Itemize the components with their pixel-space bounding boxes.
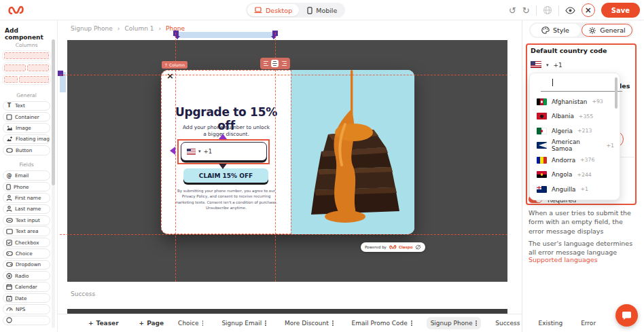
field-nps[interactable]: NPS (3, 304, 50, 314)
popup-image-panel[interactable] (291, 70, 414, 234)
component-label: Text (15, 103, 25, 109)
country-name: Anguilla (552, 186, 575, 193)
checkbox-icon (6, 240, 12, 246)
kebab-menu-icon[interactable] (202, 320, 204, 327)
save-button[interactable]: Save (601, 3, 640, 18)
column-layout-3[interactable] (3, 75, 50, 84)
claspo-logo-icon (389, 244, 397, 250)
align-bottom-icon[interactable] (281, 60, 288, 67)
component-label: Date (15, 295, 26, 301)
country-option[interactable]: Anguilla+1 (537, 182, 614, 197)
kebab-menu-icon[interactable] (475, 320, 477, 327)
field-dropdown[interactable]: Dropdown (3, 260, 50, 270)
image-icon (6, 125, 13, 131)
country-option[interactable]: Afghanistan+93 (537, 94, 614, 109)
field-text-input[interactable]: Text input (3, 215, 50, 225)
country-option[interactable]: Andorra+376 (537, 153, 614, 168)
add-teaser-button[interactable]: +Teaser (88, 320, 119, 327)
add-page-button[interactable]: +Page (139, 320, 164, 327)
kebab-menu-icon[interactable] (264, 320, 266, 327)
country-option[interactable]: Albania+355 (537, 109, 614, 124)
column-layout-1[interactable] (3, 51, 50, 60)
undo-icon[interactable]: ↺ (509, 6, 516, 15)
dropdown-icon (6, 262, 13, 267)
page-tab-signup-email[interactable]: Signup Email (217, 317, 270, 329)
country-option[interactable]: American Samoa+1 (537, 139, 614, 153)
field-last-name[interactable]: Last name (3, 204, 50, 215)
tab-style-label: Style (553, 26, 569, 34)
align-top-icon[interactable] (262, 60, 270, 67)
country-option[interactable]: Algeria+213 (537, 124, 614, 139)
sidebar-title: Add component (5, 27, 57, 41)
page-tab-email-promo-code[interactable]: Email Promo Code (348, 317, 416, 329)
page-tab-success[interactable]: Success (491, 317, 524, 329)
anguilla-flag-icon (537, 186, 547, 193)
close-editor-button[interactable]: × (582, 3, 595, 17)
drag-handle-top[interactable] (219, 134, 227, 139)
supported-languages-link[interactable]: Supported languages (529, 256, 598, 263)
country-select[interactable]: ▾ +1 (531, 61, 562, 69)
page-tab-signup-phone[interactable]: Signup Phone (427, 317, 482, 329)
column-badge[interactable]: ↑ Column (162, 61, 187, 69)
globe-icon[interactable] (543, 5, 552, 15)
field-radio[interactable]: Radio (3, 271, 50, 281)
field-partial[interactable] (3, 316, 50, 326)
field-calendar[interactable]: Calendar (3, 282, 50, 292)
component-container[interactable]: Container (3, 112, 50, 122)
teaser-label: Teaser (96, 320, 119, 327)
kebab-menu-icon[interactable] (410, 320, 412, 327)
component-floating-image[interactable]: Floating image (3, 134, 50, 145)
field-first-name[interactable]: First name (3, 193, 50, 203)
drag-handle-left[interactable] (170, 147, 175, 155)
page-tab-choice[interactable]: Choice (174, 317, 207, 329)
desktop-toggle-button[interactable]: Desktop (247, 4, 299, 16)
chat-widget-button[interactable] (615, 304, 638, 327)
powered-by-label: Powered by (365, 245, 387, 249)
andorra-flag-icon (537, 157, 547, 164)
popup-phone-input[interactable]: ▾ +1 (181, 142, 267, 161)
field-choice[interactable]: Choice (3, 248, 50, 259)
popup-cta-button[interactable]: CLAIM 15% OFF (183, 168, 268, 183)
breadcrumb-item[interactable]: Signup Phone (71, 25, 113, 32)
field-checkbox[interactable]: Checkbox (3, 238, 50, 248)
country-code: +376 (580, 157, 594, 163)
page-tab-existing[interactable]: Existing (534, 317, 567, 329)
email-icon: @ (6, 172, 12, 179)
field-date[interactable]: Date (3, 293, 50, 303)
field-email[interactable]: @Email (3, 170, 50, 181)
dropdown-scrollbar-thumb[interactable] (615, 77, 618, 109)
gear-icon (588, 26, 596, 35)
occluded-divider (620, 157, 634, 158)
breadcrumb-item-active[interactable]: Phone (166, 25, 185, 32)
tab-general[interactable]: General (582, 24, 632, 37)
preview-eye-icon[interactable] (565, 7, 575, 14)
country-search-input[interactable] (541, 81, 622, 92)
tab-style[interactable]: Style (531, 24, 580, 37)
drag-handle-bottom[interactable] (219, 164, 227, 169)
page-tab-label: Email Promo Code (352, 320, 408, 327)
page-tab-more-discount[interactable]: More Discount (281, 317, 337, 329)
country-option[interactable]: Angola+244 (537, 168, 614, 183)
component-image[interactable]: Image (3, 123, 50, 133)
country-search[interactable] (537, 79, 613, 92)
align-middle-icon[interactable] (271, 60, 279, 67)
privacy-policy-link[interactable]: Privacy Policy (182, 194, 207, 198)
sidebar-scrollbar-thumb[interactable] (52, 39, 55, 185)
page-tab-error[interactable]: Error (577, 317, 600, 329)
breadcrumb-item[interactable]: Column 1 (124, 25, 154, 32)
component-text[interactable]: TText (3, 101, 50, 111)
powered-by-badge[interactable]: Powered by Claspo (361, 242, 425, 252)
field-text-area[interactable]: Text area (3, 226, 50, 236)
guide-line-vertical (175, 33, 176, 282)
popup-close-icon[interactable]: × (166, 71, 174, 81)
language-help-text: The user's language determines all error… (529, 239, 637, 257)
chevron-down-icon: ▾ (198, 149, 201, 154)
component-button[interactable]: Button (3, 145, 50, 155)
field-phone[interactable]: Phone (3, 182, 50, 192)
kebab-menu-icon[interactable] (332, 320, 334, 327)
claspo-logo-icon[interactable] (7, 4, 24, 16)
next-page-label[interactable]: Success (71, 291, 95, 297)
redo-icon[interactable]: ↻ (522, 6, 530, 15)
mobile-toggle-button[interactable]: Mobile (300, 4, 344, 16)
column-layout-2[interactable] (3, 63, 50, 73)
